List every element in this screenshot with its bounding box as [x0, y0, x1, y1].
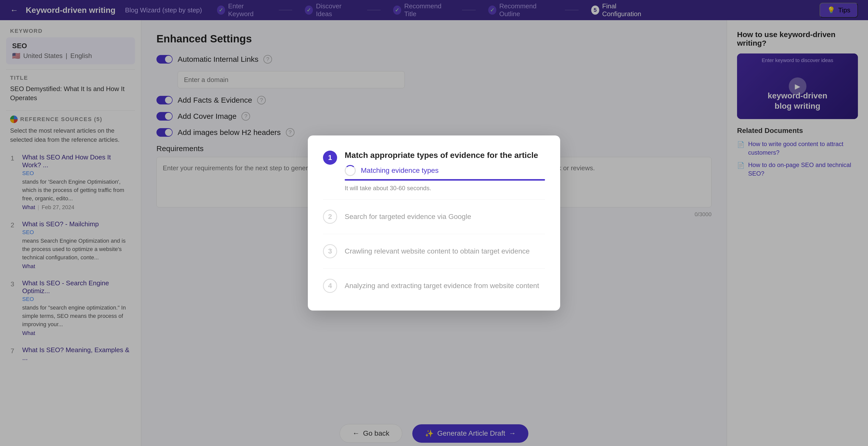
modal-step-num-3: 3	[323, 244, 337, 258]
modal-divider-3	[323, 268, 545, 269]
modal-step-4: 4 Analyzing and extracting target eviden…	[323, 276, 545, 295]
modal-step-1-title: Match appropriate types of evidence for …	[345, 151, 545, 160]
modal-step-3: 3 Crawling relevant website content to o…	[323, 242, 545, 261]
modal-step-1: 1 Match appropriate types of evidence fo…	[323, 151, 545, 192]
modal-overlay: 1 Match appropriate types of evidence fo…	[0, 0, 868, 446]
modal-step-4-title: Analyzing and extracting target evidence…	[345, 282, 539, 290]
modal-step-num-4: 4	[323, 279, 337, 293]
time-label: It will take about 30-60 seconds.	[345, 185, 545, 192]
modal-step-num-2: 2	[323, 210, 337, 224]
modal-step-1-content: Match appropriate types of evidence for …	[345, 151, 545, 192]
modal: 1 Match appropriate types of evidence fo…	[308, 135, 560, 311]
modal-step-num-1: 1	[323, 151, 337, 165]
modal-progress: Matching evidence types	[345, 165, 545, 176]
modal-step-2-title: Search for targeted evidence via Google	[345, 213, 471, 221]
modal-step-3-title: Crawling relevant website content to obt…	[345, 247, 530, 255]
modal-divider-2	[323, 234, 545, 234]
progress-label: Matching evidence types	[361, 166, 438, 174]
loading-spinner	[345, 165, 356, 176]
modal-step-2: 2 Search for targeted evidence via Googl…	[323, 207, 545, 226]
progress-bar	[345, 179, 545, 181]
